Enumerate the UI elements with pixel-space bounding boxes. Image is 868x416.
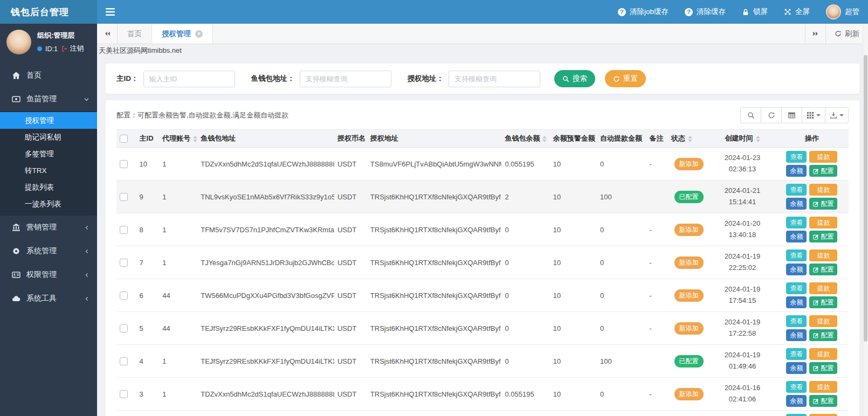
vertical-scrollbar[interactable]: [863, 24, 868, 416]
column-header-9[interactable]: 状态: [668, 130, 709, 148]
row-checkbox[interactable]: [120, 324, 128, 332]
toolbar-refresh-button[interactable]: [761, 107, 782, 123]
balance-button[interactable]: 余额: [786, 362, 807, 374]
table-row[interactable]: 8 1 TFM5v7SV7DS7n1PJhfCmZVTKw3KRmtawnp U…: [116, 213, 849, 246]
tab-auth-management[interactable]: 授权管理: [152, 24, 213, 44]
config-button[interactable]: 配置: [809, 329, 837, 341]
withdraw-button[interactable]: 提款: [809, 282, 837, 294]
toolbar-table-view-button[interactable]: [781, 107, 802, 123]
refresh-tab-button[interactable]: 刷新: [825, 24, 868, 44]
view-button[interactable]: 查看: [786, 348, 807, 360]
sidebar-item-onewave-list[interactable]: 一波杀列表: [0, 196, 97, 212]
config-button[interactable]: 配置: [809, 395, 837, 407]
balance-button[interactable]: 余额: [786, 395, 807, 407]
toolbar-search-button[interactable]: [740, 107, 761, 123]
user-menu[interactable]: 超管: [826, 4, 859, 19]
sidebar-item-fish-management[interactable]: 鱼苗管理: [0, 87, 97, 111]
withdraw-button[interactable]: 提款: [809, 348, 837, 360]
sort-icon[interactable]: [193, 136, 197, 142]
config-button[interactable]: 配置: [809, 231, 837, 242]
toolbar-export-button[interactable]: [825, 107, 849, 123]
sidebar-item-multisig[interactable]: 多签管理: [0, 145, 97, 162]
config-button[interactable]: 配置: [809, 198, 837, 210]
view-button[interactable]: 查看: [786, 184, 807, 196]
view-button[interactable]: 查看: [786, 282, 807, 294]
withdraw-button[interactable]: 提款: [809, 249, 837, 261]
view-button[interactable]: 查看: [786, 217, 807, 228]
row-checkbox[interactable]: [120, 292, 128, 300]
sort-icon[interactable]: [756, 136, 760, 142]
config-button[interactable]: 配置: [809, 296, 837, 308]
table-row[interactable]: 6 44 TW566McuPDgXXu4PGfbd3V3bfGosgZVPfq …: [116, 279, 849, 312]
row-checkbox[interactable]: [120, 357, 128, 365]
config-button[interactable]: 配置: [809, 362, 837, 374]
column-header-5[interactable]: 鱼钱包余额: [501, 130, 549, 148]
row-checkbox[interactable]: [120, 193, 128, 201]
tabs-scroll-right-button[interactable]: [805, 24, 825, 44]
withdraw-button[interactable]: 提款: [809, 414, 837, 416]
toolbar-columns-button[interactable]: [802, 107, 825, 123]
sidebar-item-permission-management[interactable]: 权限管理: [0, 263, 97, 287]
auth-address-input[interactable]: [449, 71, 540, 87]
withdraw-button[interactable]: 提款: [809, 184, 837, 196]
sidebar-item-withdraw-list[interactable]: 提款列表: [0, 179, 97, 196]
select-all-checkbox[interactable]: [120, 135, 128, 143]
row-checkbox[interactable]: [120, 390, 128, 398]
withdraw-button[interactable]: 提款: [809, 315, 837, 327]
cell-warn-amount: 10: [550, 378, 597, 411]
main-id-input[interactable]: [143, 71, 235, 87]
clear-job-cache-button[interactable]: 清除job缓存: [618, 7, 669, 17]
row-checkbox[interactable]: [120, 226, 128, 234]
view-button[interactable]: 查看: [786, 315, 807, 327]
sidebar-toggle-button[interactable]: [97, 0, 123, 24]
sort-icon[interactable]: [688, 136, 692, 142]
table-row[interactable]: 4 1 TEJfSyrz29REsbKKkFXF1fyQmDU14iLTKX U…: [116, 345, 849, 378]
table-row[interactable]: 2 1 TLJ9ogmie7n2erv8A6ny9bVENVn1UVXPKY U…: [116, 411, 849, 416]
sidebar-item-marketing[interactable]: 营销管理: [0, 216, 97, 239]
balance-button[interactable]: 余额: [786, 165, 807, 177]
balance-button[interactable]: 余额: [786, 329, 807, 341]
balance-button[interactable]: 余额: [786, 264, 807, 275]
config-button[interactable]: 配置: [809, 264, 837, 275]
view-button[interactable]: 查看: [786, 151, 807, 163]
sidebar-item-auth-management[interactable]: 授权管理: [0, 112, 97, 129]
row-checkbox[interactable]: [120, 259, 128, 267]
withdraw-button[interactable]: 提款: [809, 381, 837, 393]
clear-cache-button[interactable]: 清除缓存: [685, 7, 726, 17]
lock-screen-button[interactable]: 锁屏: [742, 7, 768, 17]
row-checkbox[interactable]: [120, 160, 128, 168]
table-row[interactable]: 10 1 TDZvXxn5dhMc2dS1qfaUECWzhJ88888888 …: [116, 148, 849, 181]
withdraw-button[interactable]: 提款: [809, 151, 837, 163]
sidebar-item-transfer-trx[interactable]: 转TRX: [0, 162, 97, 179]
fullscreen-button[interactable]: 全屏: [784, 7, 810, 17]
scrollbar-thumb[interactable]: [864, 55, 867, 342]
view-button[interactable]: 查看: [786, 249, 807, 261]
sidebar-item-system-tools[interactable]: 系统工具: [0, 287, 97, 310]
sidebar-item-home[interactable]: 首页: [0, 64, 97, 87]
search-button[interactable]: 搜索: [554, 70, 595, 87]
table-row[interactable]: 5 44 TEJfSyrz29REsbKKkFXF1fyQmDU14iLTKX …: [116, 312, 849, 345]
sort-icon[interactable]: [542, 136, 547, 142]
config-button[interactable]: 配置: [809, 165, 837, 177]
table-row[interactable]: 9 1 TNL9vsKyoSE1nMAb5x6Vf7RikS33z9y1o5 U…: [116, 181, 849, 213]
tabs-scroll-left-button[interactable]: [97, 24, 118, 44]
logout-button[interactable]: 注销: [61, 44, 84, 53]
balance-button[interactable]: 余额: [786, 231, 807, 242]
tab-home[interactable]: 首页: [118, 24, 152, 44]
view-button[interactable]: 查看: [786, 381, 807, 393]
balance-button[interactable]: 余额: [786, 296, 807, 308]
column-header-1[interactable]: 代理账号: [159, 130, 197, 148]
table-row[interactable]: 7 1 TJYesga7nGj9ARN51JrDR3ujb2GJWhCBoK U…: [116, 246, 849, 279]
fish-wallet-input[interactable]: [300, 71, 391, 87]
withdraw-button[interactable]: 提款: [809, 217, 837, 228]
view-button[interactable]: 查看: [786, 414, 807, 416]
sidebar-item-system-management[interactable]: 系统管理: [0, 239, 97, 263]
table-row[interactable]: 3 1 TDZvXxn5dhMc2dS1qfaUECWzhJ88888888 U…: [116, 378, 849, 411]
sidebar-item-mnemonic-keys[interactable]: 助记词私钥: [0, 129, 97, 145]
balance-button[interactable]: 余额: [786, 198, 807, 210]
reset-button[interactable]: 重置: [605, 70, 646, 87]
tab-close-icon[interactable]: [195, 30, 203, 38]
edit-icon: [813, 234, 819, 240]
column-header-10[interactable]: 创建时间: [709, 130, 775, 148]
cell-remark: -: [646, 411, 668, 416]
